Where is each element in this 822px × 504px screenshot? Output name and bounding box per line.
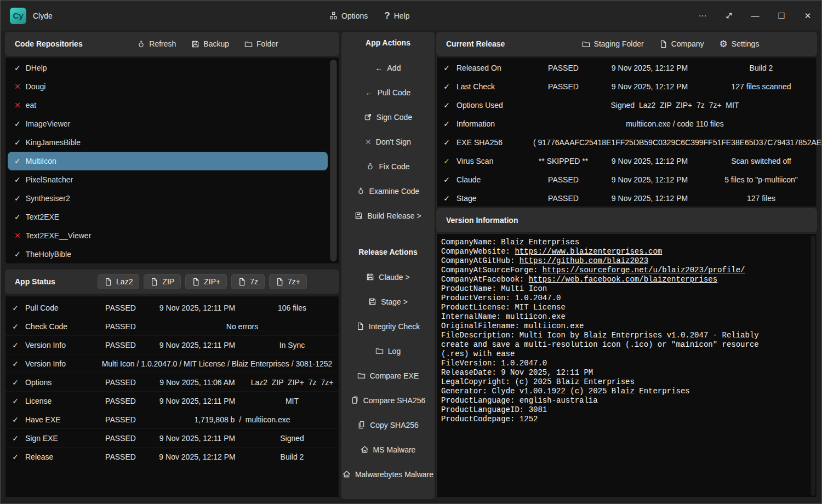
company-label: Company	[671, 39, 704, 48]
ms-malware-button[interactable]: MS Malware	[341, 437, 435, 462]
sevenz-button[interactable]: 7z	[231, 274, 265, 289]
stage-button[interactable]: Stage >	[341, 289, 435, 314]
folder-button[interactable]: Folder	[244, 39, 278, 48]
help-button[interactable]: ? Help	[384, 10, 409, 21]
row-status: PASSED	[533, 82, 593, 91]
company-button[interactable]: Company	[659, 38, 704, 50]
log-button[interactable]: Log	[341, 339, 435, 363]
repo-item-kingjamesbible[interactable]: ✓KingJamesBible	[8, 133, 328, 152]
repo-item-text2exe[interactable]: ✓Text2EXE	[8, 208, 328, 226]
staging-folder-button[interactable]: Staging Folder	[582, 38, 644, 50]
repo-item-theholybible[interactable]: ✓TheHolyBible	[8, 245, 328, 264]
compare-sha256-button[interactable]: Compare SHA256	[341, 388, 435, 413]
field-value: Multi Icon	[501, 284, 547, 293]
close-button[interactable]: ✕	[800, 8, 816, 24]
release-row-released-on: ✓ Released On PASSED 9 Nov 2025, 12:12 P…	[437, 59, 817, 77]
check-icon: ✓	[5, 397, 25, 405]
options-button[interactable]: Options	[329, 10, 368, 21]
zip-button[interactable]: ZIP	[144, 274, 181, 289]
sevenz-plus-button[interactable]: 7z+	[269, 274, 307, 289]
row-label: Information	[456, 119, 533, 128]
backup-button[interactable]: Backup	[191, 39, 229, 48]
repo-list-scrollbar-thumb[interactable]	[330, 60, 336, 261]
laz2-button[interactable]: Laz2	[98, 274, 139, 289]
integrity-check-label: Integrity Check	[369, 322, 420, 331]
sevenz-label: 7z	[250, 277, 258, 286]
repo-item-dougi[interactable]: ✕Dougi	[8, 77, 328, 96]
folder-label: Folder	[256, 39, 278, 48]
clipboard-icon	[351, 396, 359, 404]
app-window: Cy Clyde Options ? Help ⋯ — □ ✕ Code Rep…	[0, 0, 822, 504]
add-button[interactable]: ← Add	[341, 55, 435, 80]
dont-sign-button[interactable]: ✕ Don't Sign	[341, 129, 435, 154]
fix-code-label: Fix Code	[379, 162, 409, 171]
check-icon: ✓	[5, 415, 25, 424]
repo-item-dhelp[interactable]: ✓DHelp	[8, 59, 328, 77]
release-row-options-used: ✓ Options Used Signed Laz2 ZIP ZIP+ 7z 7…	[437, 96, 817, 114]
fix-code-button[interactable]: Fix Code	[341, 154, 435, 179]
compare-exe-button[interactable]: Compare EXE	[341, 363, 435, 388]
cross-icon: ✕	[14, 231, 21, 240]
ellipsis-icon: ⋯	[699, 11, 707, 21]
company-github-link[interactable]: https://github.com/blaiz2023	[520, 256, 648, 265]
version-line: CompanyAtGitHub: https://github.com/blai…	[441, 256, 789, 266]
row-label: EXE SHA256	[456, 138, 533, 147]
claude-button[interactable]: Claude >	[341, 265, 435, 289]
repository-list: ✓DHelp ✕Dougi ✕eat ✓ImageViewer ✓KingJam…	[5, 57, 339, 264]
copy-sha256-button[interactable]: Copy SHA256	[341, 413, 435, 437]
field-key: FileDescription:	[441, 331, 520, 340]
repo-item-synthesiser2[interactable]: ✓Synthesiser2	[8, 189, 328, 208]
squares-icon	[329, 12, 338, 20]
resize-button[interactable]	[721, 8, 737, 24]
status-row-version-info-2: ✓ Version Info Multi Icon / 1.0.2047.0 /…	[5, 354, 339, 373]
settings-button[interactable]: ⚙ Settings	[720, 38, 760, 50]
repo-item-imageviewer[interactable]: ✓ImageViewer	[8, 114, 328, 133]
save-icon	[368, 297, 376, 306]
ms-malware-label: MS Malware	[373, 445, 416, 454]
external-link-icon	[364, 113, 372, 121]
check-icon: ✓	[437, 64, 456, 72]
field-value: multiicon.exe	[524, 322, 584, 330]
field-key: Generator:	[441, 387, 492, 396]
check-icon: ✓	[437, 157, 456, 165]
malwarebytes-malware-label: Malwarebytes Malware	[355, 470, 433, 479]
maximize-button[interactable]: □	[773, 8, 790, 24]
repo-item-pixelsnatcher[interactable]: ✓PixelSnatcher	[8, 170, 328, 189]
version-line: ProductName: Multi Icon	[441, 284, 789, 294]
row-detail: 106 files	[249, 303, 339, 312]
build-release-button[interactable]: Build Release >	[341, 203, 435, 228]
repo-item-multiicon-selected[interactable]: ✓MultiIcon	[8, 152, 328, 170]
repo-item-text2exe-viewer[interactable]: ✕Text2EXE__Viewer	[8, 226, 328, 245]
row-status: PASSED	[95, 303, 146, 312]
row-status: PASSED	[95, 415, 146, 424]
resize-icon	[725, 12, 733, 20]
status-row-check-code: ✓ Check Code PASSED No errors	[5, 317, 339, 336]
more-button[interactable]: ⋯	[694, 8, 711, 24]
check-icon: ✓	[5, 359, 25, 368]
row-detail: In Sync	[249, 341, 339, 350]
malwarebytes-malware-button[interactable]: Malwarebytes Malware	[341, 462, 435, 486]
minimize-button[interactable]: —	[747, 8, 763, 24]
row-status: PASSED	[95, 434, 146, 443]
repo-item-eat[interactable]: ✕eat	[8, 96, 328, 114]
field-key: ProductLanguageID:	[441, 405, 529, 414]
status-row-version-info: ✓ Version Info PASSED 9 Nov 2025, 12:11 …	[5, 336, 339, 354]
zip-plus-button[interactable]: ZIP+	[185, 274, 227, 289]
company-facebook-link[interactable]: https://web.facebook.com/blaizenterprise…	[529, 275, 717, 284]
integrity-check-button[interactable]: Integrity Check	[341, 314, 435, 339]
refresh-button[interactable]: Refresh	[137, 39, 176, 48]
company-website-link[interactable]: https://www.blaizenterprises.com	[515, 247, 662, 256]
examine-code-button[interactable]: Examine Code	[341, 179, 435, 203]
current-release-rows: ✓ Released On PASSED 9 Nov 2025, 12:12 P…	[436, 57, 817, 207]
version-scrollbar[interactable]	[811, 236, 815, 496]
company-sourceforge-link[interactable]: https://sourceforge.net/u/blaiz2023/prof…	[543, 266, 745, 274]
save-icon	[366, 273, 374, 281]
version-line: ProductVersion: 1.0.2047.0	[441, 294, 789, 303]
pull-code-button[interactable]: ← Pull Code	[341, 80, 435, 105]
sign-code-button[interactable]: Sign Code	[341, 105, 435, 129]
field-value: 3081	[529, 405, 547, 414]
app-logo: Cy	[10, 8, 26, 24]
row-label: Virus Scan	[456, 157, 533, 165]
repo-list-scrollbar	[330, 59, 337, 262]
version-line: ProductLanguage: english-australia	[441, 396, 789, 405]
